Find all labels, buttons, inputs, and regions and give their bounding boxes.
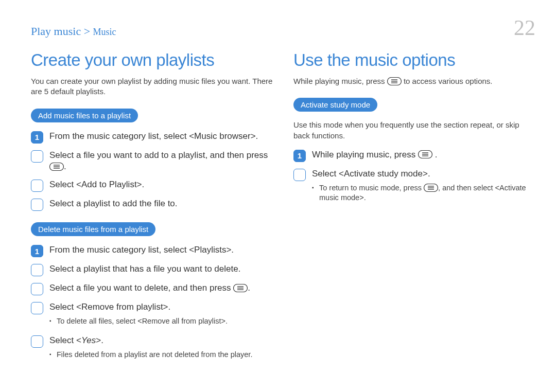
steps-delete-music: 1From the music category list, select <P… xyxy=(31,244,273,362)
right-column: Use the music options While playing musi… xyxy=(293,50,535,371)
step-marker: 1 xyxy=(31,245,43,257)
step-text: Select a playlist to add the file to. xyxy=(49,198,178,210)
step-text: From the music category list, select <Pl… xyxy=(49,244,234,256)
step-text: While playing music, press . xyxy=(312,149,437,161)
step-marker xyxy=(31,302,43,314)
right-intro-pre: While playing music, press xyxy=(293,77,387,85)
step-item: 1While playing music, press . xyxy=(293,149,535,162)
step-item: Select <Activate study mode>.To return t… xyxy=(293,168,535,205)
left-column: Create your own playlists You can create… xyxy=(31,50,273,371)
step-text: Select <Remove from playlist>.To delete … xyxy=(49,301,228,329)
step-text: From the music category list, select <Mu… xyxy=(49,131,258,142)
menu-icon xyxy=(424,183,438,193)
step-item: Select a playlist that has a file you wa… xyxy=(31,263,273,276)
step-marker xyxy=(31,180,43,192)
sub-bullet-item: Files deleted from a playlist are not de… xyxy=(49,350,252,360)
step-item: 1From the music category list, select <M… xyxy=(31,131,273,144)
menu-icon xyxy=(418,149,432,161)
right-heading: Use the music options xyxy=(293,50,535,70)
sub-bullet-item: To return to music mode, press , and the… xyxy=(312,183,535,203)
step-item: Select <Add to Playlist>. xyxy=(31,179,273,192)
step-marker xyxy=(31,199,43,211)
step-marker xyxy=(31,264,43,276)
pill-delete-music: Delete music files from a playlist xyxy=(31,222,155,236)
page-number: 22 xyxy=(514,15,535,40)
sub-bullets: To return to music mode, press , and the… xyxy=(312,183,535,203)
step-item: Select <Yes>.Files deleted from a playli… xyxy=(31,335,273,362)
breadcrumb: Play music > Music xyxy=(31,25,116,38)
step-item: Select a file you want to add to a playl… xyxy=(31,150,273,173)
steps-study-mode: 1While playing music, press .Select <Act… xyxy=(293,149,535,205)
pill-add-music: Add music files to a playlist xyxy=(31,109,138,122)
menu-icon xyxy=(233,282,248,294)
steps-add-music: 1From the music category list, select <M… xyxy=(31,131,273,211)
breadcrumb-sub: Music xyxy=(93,27,116,37)
left-heading: Create your own playlists xyxy=(31,50,273,70)
pill-study-mode: Activate study mode xyxy=(293,98,377,112)
step-item: Select a playlist to add the file to. xyxy=(31,198,273,211)
left-intro: You can create your own playlist by addi… xyxy=(31,76,273,97)
step-text: Select a file you want to delete, and th… xyxy=(49,282,250,294)
sub-bullets: Files deleted from a playlist are not de… xyxy=(49,350,252,360)
step-text: Select <Yes>.Files deleted from a playli… xyxy=(49,335,252,362)
step-text: Select a playlist that has a file you wa… xyxy=(49,263,240,275)
sub-bullets: To delete all files, select <Remove all … xyxy=(49,316,228,327)
step-item: 1From the music category list, select <P… xyxy=(31,244,273,257)
step-text: Select a file you want to add to a playl… xyxy=(49,150,273,173)
study-mode-desc: Use this mode when you frequently use th… xyxy=(293,120,535,141)
sub-bullet-item: To delete all files, select <Remove all … xyxy=(49,316,228,327)
step-marker xyxy=(31,150,43,163)
breadcrumb-main: Play music xyxy=(31,25,81,38)
breadcrumb-sep: > xyxy=(81,25,93,38)
step-marker xyxy=(293,169,306,181)
right-intro: While playing music, press to access var… xyxy=(293,76,535,86)
step-marker: 1 xyxy=(293,150,306,162)
step-item: Select a file you want to delete, and th… xyxy=(31,282,273,295)
step-text: Select <Activate study mode>.To return t… xyxy=(312,168,535,205)
menu-icon xyxy=(387,76,402,86)
step-marker xyxy=(31,335,43,348)
step-item: Select <Remove from playlist>.To delete … xyxy=(31,301,273,329)
step-marker: 1 xyxy=(31,131,43,144)
step-marker xyxy=(31,283,43,295)
step-text: Select <Add to Playlist>. xyxy=(49,179,144,191)
right-intro-post: to access various options. xyxy=(402,77,493,85)
menu-icon xyxy=(49,161,64,172)
